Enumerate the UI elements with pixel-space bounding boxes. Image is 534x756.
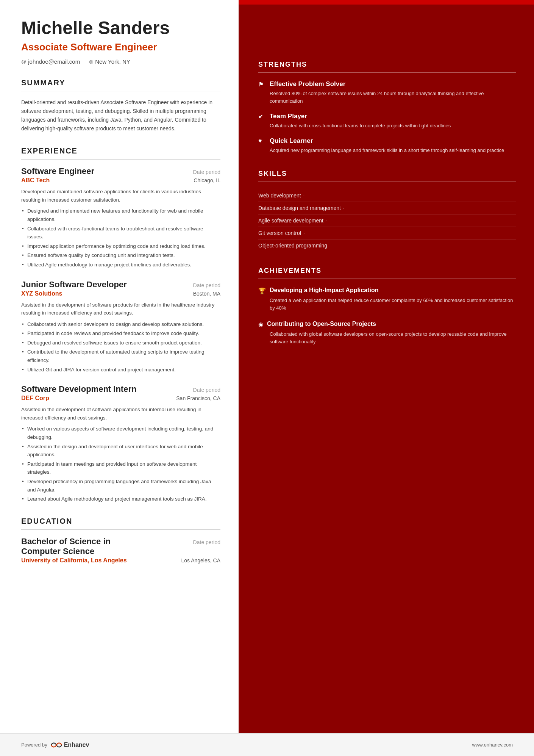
list-item: Participated in code reviews and provide… [21, 329, 220, 338]
job-1-subheader: ABC Tech Chicago, IL [21, 177, 220, 184]
job-3-subheader: DEF Corp San Francisco, CA [21, 395, 220, 402]
resume-title: Associate Software Engineer [21, 41, 220, 53]
strength-3: ♥ Quick Learner Acquired new programming… [258, 137, 516, 154]
summary-divider [21, 91, 220, 91]
achievement-2-desc: Collaborated with global software develo… [258, 330, 516, 346]
job-1-header: Software Engineer Date period [21, 166, 220, 176]
problem-solver-icon: ⚑ [258, 81, 266, 88]
experience-divider [21, 159, 220, 160]
contact-line: @ johndoe@email.com ◎ New York, NY [21, 58, 220, 65]
summary-text: Detail-oriented and results-driven Assoc… [21, 98, 220, 133]
education-divider [21, 529, 220, 530]
strengths-heading: STRENGTHS [258, 61, 516, 69]
footer-right: www.enhancv.com [472, 742, 513, 748]
achievement-1-title-row: 🏆 Developing a High-Impact Application [258, 286, 516, 294]
skill-5: Object-oriented programming [258, 239, 516, 252]
education-section: EDUCATION Bachelor of Science in Compute… [21, 517, 220, 564]
experience-section: EXPERIENCE Software Engineer Date period… [21, 147, 220, 503]
email-contact: @ johndoe@email.com [21, 58, 80, 65]
skill-4: Git version control · [258, 227, 516, 239]
list-item: Improved application performance by opti… [21, 242, 220, 250]
enhancv-logo: Enhancv [51, 742, 89, 748]
job-2-desc: Assisted in the development of software … [21, 301, 220, 317]
experience-heading: EXPERIENCE [21, 147, 220, 155]
list-item: Worked on various aspects of software de… [21, 425, 220, 441]
achievement-1-desc: Created a web application that helped re… [258, 297, 516, 312]
job-2-title: Junior Software Developer [21, 280, 127, 290]
website-url: www.enhancv.com [472, 742, 513, 748]
job-3-date: Date period [193, 387, 220, 393]
achievement-2-title: Contributing to Open-Source Projects [267, 320, 376, 328]
summary-heading: SUMMARY [21, 78, 220, 87]
email-icon: @ [21, 59, 26, 64]
skill-5-label: Object-oriented programming [258, 243, 327, 249]
strength-3-desc: Acquired new programming language and fr… [258, 147, 516, 154]
brand-name: Enhancv [64, 742, 89, 748]
skill-4-dot: · [303, 230, 305, 236]
job-2-location: Boston, MA [193, 291, 220, 297]
strength-2: ✔ Team Player Collaborated with cross-fu… [258, 113, 516, 130]
footer-left: Powered by Enhancv [21, 742, 89, 748]
education-subheader: University of California, Los Angeles Lo… [21, 557, 220, 564]
quick-learner-icon: ♥ [258, 138, 266, 144]
list-item: Participated in team meetings and provid… [21, 460, 220, 476]
skill-1: Web development · [258, 189, 516, 202]
achievements-heading: ACHIEVEMENTS [258, 267, 516, 275]
job-2-subheader: XYZ Solutions Boston, MA [21, 290, 220, 297]
list-item: Utilized Git and JIRA for version contro… [21, 366, 220, 374]
location-icon: ◎ [89, 59, 93, 64]
achievement-1: 🏆 Developing a High-Impact Application C… [258, 286, 516, 312]
skill-4-label: Git version control [258, 230, 301, 236]
edu-location: Los Angeles, CA [181, 557, 220, 563]
logo-symbol-icon [51, 742, 62, 748]
job-2: Junior Software Developer Date period XY… [21, 280, 220, 374]
email-value: johndoe@email.com [28, 58, 80, 65]
job-1: Software Engineer Date period ABC Tech C… [21, 166, 220, 269]
header-section: Michelle Sanders Associate Software Engi… [21, 18, 220, 65]
resume-name: Michelle Sanders [21, 18, 220, 38]
job-1-desc: Developed and maintained software applic… [21, 188, 220, 204]
job-3-title: Software Development Intern [21, 384, 136, 394]
job-3-header: Software Development Intern Date period [21, 384, 220, 394]
edu-degree: Bachelor of Science in Computer Science [21, 537, 142, 556]
education-heading: EDUCATION [21, 517, 220, 526]
list-item: Designed and implemented new features an… [21, 207, 220, 223]
skill-3: Agile software development · [258, 214, 516, 227]
job-2-date: Date period [193, 282, 220, 288]
job-1-date: Date period [193, 169, 220, 175]
job-1-location: Chicago, IL [194, 177, 220, 183]
strengths-divider [258, 72, 516, 73]
powered-by-label: Powered by [21, 742, 47, 748]
left-column: Michelle Sanders Associate Software Engi… [0, 0, 239, 756]
list-item: Collaborated with senior developers to d… [21, 320, 220, 329]
list-item: Contributed to the development of automa… [21, 348, 220, 364]
strength-1-title-row: ⚑ Effective Problem Solver [258, 80, 516, 88]
strength-3-title: Quick Learner [270, 137, 313, 145]
achievement-2: ◉ Contributing to Open-Source Projects C… [258, 320, 516, 346]
job-3-bullets: Worked on various aspects of software de… [21, 425, 220, 503]
strength-3-title-row: ♥ Quick Learner [258, 137, 516, 145]
job-1-title: Software Engineer [21, 166, 94, 176]
skills-divider [258, 182, 516, 182]
job-3-company: DEF Corp [21, 395, 49, 402]
job-3: Software Development Intern Date period … [21, 384, 220, 503]
summary-section: SUMMARY Detail-oriented and results-driv… [21, 78, 220, 133]
team-player-icon: ✔ [258, 113, 266, 120]
skill-3-label: Agile software development [258, 218, 323, 224]
strength-1-title: Effective Problem Solver [270, 80, 345, 88]
skill-2: Database design and management · [258, 202, 516, 214]
skill-3-dot: · [326, 218, 327, 224]
strength-1: ⚑ Effective Problem Solver Resolved 80% … [258, 80, 516, 105]
trophy-icon: 🏆 [258, 287, 266, 294]
list-item: Ensured software quality by conducting u… [21, 251, 220, 260]
education-header: Bachelor of Science in Computer Science … [21, 537, 220, 556]
location-value: New York, NY [95, 58, 130, 65]
job-1-bullets: Designed and implemented new features an… [21, 207, 220, 269]
job-3-desc: Assisted in the development of software … [21, 405, 220, 422]
achievements-divider [258, 279, 516, 279]
skill-2-label: Database design and management [258, 205, 341, 211]
opensource-icon: ◉ [258, 321, 263, 328]
skills-section: SKILLS Web development · Database design… [258, 170, 516, 252]
skill-1-label: Web development [258, 193, 301, 199]
strength-2-desc: Collaborated with cross-functional teams… [258, 122, 516, 130]
